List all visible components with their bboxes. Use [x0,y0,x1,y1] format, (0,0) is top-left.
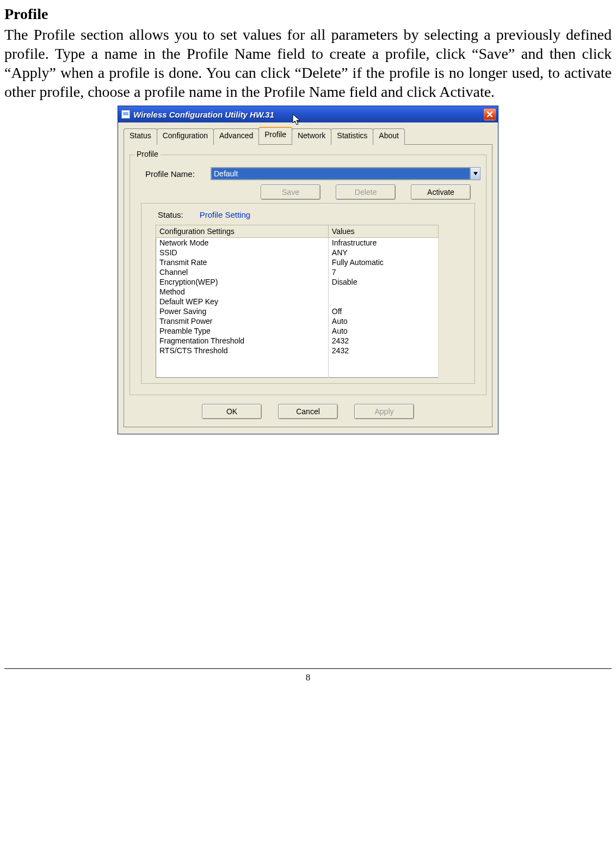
cell-setting: Transmit Power [156,316,329,326]
status-label: Status: [158,210,183,219]
cell-setting: SSID [156,248,329,257]
cell-setting: Power Saving [156,306,329,316]
table-row[interactable]: Power SavingOff [156,306,439,316]
cell-setting: Method [156,287,329,297]
profile-name-label: Profile Name: [145,169,211,179]
tab-strip: Status Configuration Advanced Profile Ne… [124,128,492,145]
cell-setting: Channel [156,267,329,277]
cell-setting: Preamble Type [156,326,329,336]
groupbox-label: Profile [134,150,161,158]
cell-value: Off [328,306,438,316]
col-header-value[interactable]: Values [328,225,438,238]
cell-value: Auto [328,316,438,326]
doc-heading: Profile [4,5,612,23]
profile-name-combobox[interactable]: Default [211,167,481,180]
status-value: Profile Setting [200,210,250,219]
ok-button[interactable]: OK [202,404,262,419]
doc-paragraph: The Profile section allows you to set va… [4,25,612,101]
cell-value: 2432 [328,346,438,355]
cell-value [328,297,438,306]
cell-value: Fully Automatic [328,257,438,267]
page-number: 8 [4,668,612,683]
cell-value: 2432 [328,336,438,346]
titlebar[interactable]: Wireless Configuration Utility HW.31 [118,106,498,122]
table-row[interactable]: Network ModeInfrastructure [156,238,439,248]
table-row[interactable]: SSIDANY [156,248,439,257]
table-row[interactable]: Encryption(WEP)Disable [156,277,439,287]
delete-button[interactable]: Delete [336,185,396,200]
cell-value [328,287,438,297]
profile-name-value[interactable]: Default [211,168,470,180]
cell-value: Disable [328,277,438,287]
config-table-body: Network ModeInfrastructure SSIDANY Trans… [156,238,439,378]
table-row[interactable]: Transmit RateFully Automatic [156,257,439,267]
tab-statistics[interactable]: Statistics [331,128,373,145]
table-row[interactable]: Fragmentation Threshold2432 [156,336,439,346]
table-row[interactable]: Preamble TypeAuto [156,326,439,336]
app-icon [121,110,130,119]
table-row[interactable]: Default WEP Key [156,297,439,306]
table-row[interactable]: RTS/CTS Threshold2432 [156,346,439,355]
close-button[interactable] [484,108,496,120]
cell-setting: Encryption(WEP) [156,277,329,287]
cell-setting: Transmit Rate [156,257,329,267]
app-window: Wireless Configuration Utility HW.31 Sta… [118,106,498,434]
tab-configuration[interactable]: Configuration [157,128,214,145]
cell-setting: Default WEP Key [156,297,329,306]
profile-groupbox: Profile Profile Name: Default Sa [130,155,486,395]
cell-value: Auto [328,326,438,336]
save-button[interactable]: Save [261,185,321,200]
tab-profile[interactable]: Profile [258,127,292,143]
table-row[interactable]: Method [156,287,439,297]
table-row[interactable]: Channel7 [156,267,439,277]
apply-button[interactable]: Apply [354,404,414,419]
col-header-setting[interactable]: Configuration Settings [156,225,329,238]
tab-status[interactable]: Status [124,128,157,145]
cell-setting: Fragmentation Threshold [156,336,329,346]
combobox-dropdown-button[interactable] [470,168,480,180]
cell-value: 7 [328,267,438,277]
tab-about[interactable]: About [373,128,405,145]
cell-value: ANY [328,248,438,257]
config-table: Configuration Settings Values Network Mo… [156,225,439,378]
table-row[interactable]: Transmit PowerAuto [156,316,439,326]
cell-value: Infrastructure [328,238,438,248]
cancel-button[interactable]: Cancel [278,404,338,419]
chevron-down-icon [473,172,478,175]
activate-button[interactable]: Activate [411,185,471,200]
tab-network[interactable]: Network [292,128,331,145]
cell-setting: Network Mode [156,238,329,248]
tab-panel-profile: Profile Profile Name: Default Sa [124,145,492,427]
cell-setting: RTS/CTS Threshold [156,346,329,355]
close-icon [486,111,493,118]
window-title: Wireless Configuration Utility HW.31 [133,110,274,119]
status-group: Status: Profile Setting Configuration Se… [141,203,475,384]
tab-advanced[interactable]: Advanced [213,128,259,145]
